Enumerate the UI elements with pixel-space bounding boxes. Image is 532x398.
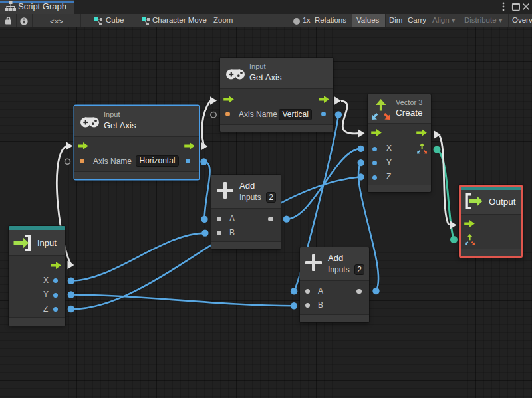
svg-text:<×>: <×> <box>50 17 63 25</box>
